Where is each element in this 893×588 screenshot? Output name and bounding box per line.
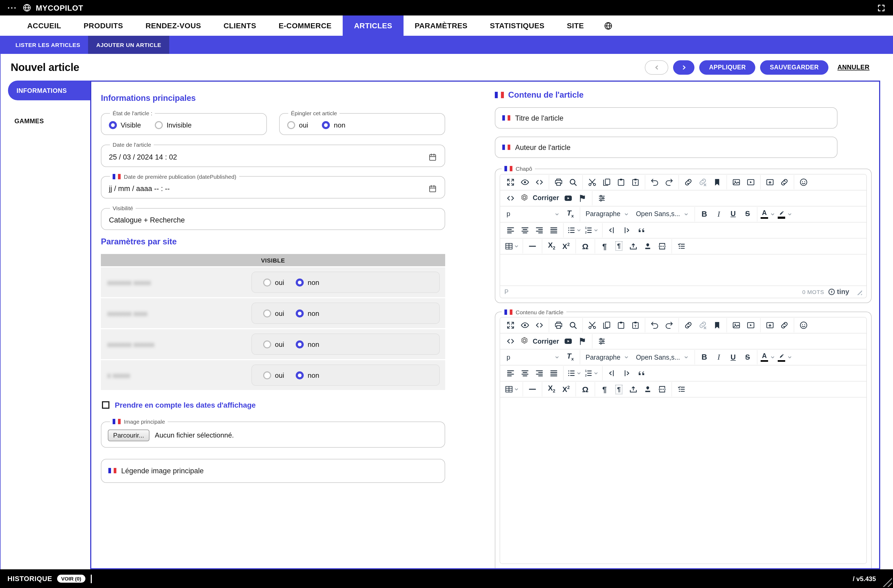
superscript-icon[interactable]: X2 (559, 382, 573, 396)
flag-icon[interactable] (576, 191, 590, 205)
nav-item-param-tres[interactable]: PARAMÈTRES (403, 15, 479, 36)
strikethrough-icon[interactable]: S (740, 207, 755, 221)
upload-icon[interactable] (626, 382, 640, 396)
block-select[interactable]: p (504, 350, 563, 364)
radio-icon[interactable] (263, 278, 271, 286)
nav-item-statistiques[interactable]: STATISTIQUES (479, 15, 556, 36)
italic-icon[interactable]: I (711, 350, 726, 364)
outdent-icon[interactable] (605, 223, 619, 237)
image-upload-icon[interactable] (763, 175, 777, 189)
numlist-split[interactable]: 12 (583, 366, 600, 381)
strikethrough-icon[interactable]: S (740, 350, 755, 364)
radio-option-non[interactable]: non (296, 278, 319, 286)
radio-option-oui[interactable]: oui (263, 371, 284, 379)
corriger-button[interactable]: Corriger (518, 334, 561, 348)
radio-option-non[interactable]: non (296, 371, 319, 379)
tiny-logo[interactable]: tiny (828, 288, 849, 296)
preview-icon[interactable] (518, 175, 532, 189)
align-left-icon[interactable] (504, 366, 518, 381)
radio-option-oui[interactable]: oui (263, 309, 284, 317)
next-button[interactable] (674, 60, 695, 74)
youtube-icon[interactable] (561, 191, 576, 205)
fullscreen-icon[interactable] (504, 175, 518, 189)
forecolor-split[interactable]: A (759, 350, 777, 364)
anchor-icon[interactable] (640, 239, 655, 253)
indent-icon[interactable] (619, 366, 634, 381)
calendar-icon[interactable] (428, 152, 437, 161)
nav-item-produits[interactable]: PRODUITS (72, 15, 134, 36)
bullist-split[interactable] (566, 223, 583, 237)
settings-icon[interactable] (595, 334, 609, 348)
visualchars-icon[interactable]: ¶ (612, 382, 626, 396)
pagebreak-icon[interactable] (655, 239, 669, 253)
visualchars-icon[interactable]: ¶ (612, 239, 626, 253)
undo-icon[interactable] (648, 175, 662, 189)
subnav-item-lister-les-articles[interactable]: LISTER LES ARTICLES (8, 36, 88, 54)
italic-icon[interactable]: I (711, 207, 726, 221)
nav-item-clients[interactable]: CLIENTS (212, 15, 268, 36)
pilcrow-icon[interactable]: ¶ (597, 239, 612, 253)
media-icon[interactable] (744, 318, 758, 332)
toc-icon[interactable] (674, 382, 689, 396)
remove-format-icon[interactable]: Tx (563, 207, 577, 221)
image-icon[interactable] (729, 175, 744, 189)
apply-button[interactable]: APPLIQUER (699, 60, 756, 74)
nav-item-accueil[interactable]: ACCUEIL (16, 15, 72, 36)
bold-icon[interactable]: B (697, 350, 711, 364)
menu-dots-icon[interactable]: ··· (8, 4, 17, 12)
redo-icon[interactable] (662, 318, 676, 332)
nav-item-e-commerce[interactable]: E-COMMERCE (268, 15, 343, 36)
browse-button[interactable]: Parcourir... (108, 429, 149, 441)
radio-option-oui[interactable]: oui (287, 121, 308, 129)
undo-icon[interactable] (648, 318, 662, 332)
nav-item-rendez-vous[interactable]: RENDEZ-VOUS (134, 15, 212, 36)
paste-text-icon[interactable]: T (628, 175, 643, 189)
link-icon[interactable] (681, 175, 696, 189)
nav-item-site[interactable]: SITE (556, 15, 595, 36)
toc-icon[interactable] (674, 239, 689, 253)
subnav-item-ajouter-un-article[interactable]: AJOUTER UN ARTICLE (88, 36, 169, 54)
settings-icon[interactable] (595, 191, 609, 205)
hr-icon[interactable] (525, 382, 540, 396)
paste-icon[interactable] (614, 175, 628, 189)
link-icon[interactable] (681, 318, 696, 332)
table-split[interactable] (504, 239, 520, 253)
source-code-icon[interactable] (532, 318, 547, 332)
pagebreak-icon[interactable] (655, 382, 669, 396)
copy-icon[interactable] (600, 175, 614, 189)
backcolor-split[interactable] (777, 207, 794, 221)
print-icon[interactable] (552, 175, 566, 189)
copy-icon[interactable] (600, 318, 614, 332)
radio-option-visible[interactable]: Visible (109, 121, 141, 129)
align-justify-icon[interactable] (547, 223, 561, 237)
upload-icon[interactable] (626, 239, 640, 253)
editor-content-area[interactable] (500, 398, 866, 564)
blockquote-icon[interactable] (634, 223, 648, 237)
align-right-icon[interactable] (532, 223, 547, 237)
source-code-icon[interactable] (532, 175, 547, 189)
charmap-icon[interactable]: Ω (578, 239, 592, 253)
radio-option-non[interactable]: non (296, 309, 319, 317)
font-select[interactable]: Open Sans,s... (633, 350, 692, 364)
corriger-button[interactable]: Corriger (518, 191, 561, 205)
radio-icon[interactable] (263, 371, 271, 379)
bullist-split[interactable] (566, 366, 583, 381)
indent-icon[interactable] (619, 223, 634, 237)
resize-grip-icon[interactable] (881, 576, 892, 587)
code-sample-icon[interactable] (504, 334, 518, 348)
calendar-icon[interactable] (428, 184, 437, 193)
legende-image-input[interactable]: Légende image principale (101, 459, 445, 483)
fullscreen-icon[interactable] (877, 3, 885, 12)
align-right-icon[interactable] (532, 366, 547, 381)
bookmark-icon[interactable] (710, 175, 724, 189)
radio-option-non[interactable]: non (322, 121, 345, 129)
bookmark-icon[interactable] (710, 318, 724, 332)
prev-button[interactable] (645, 60, 669, 74)
radio-icon[interactable] (322, 121, 330, 129)
block-select[interactable]: p (504, 207, 563, 221)
numlist-split[interactable]: 12 (583, 223, 600, 237)
radio-icon[interactable] (263, 309, 271, 317)
redo-icon[interactable] (662, 175, 676, 189)
radio-icon[interactable] (287, 121, 295, 129)
image-upload-icon[interactable] (763, 318, 777, 332)
